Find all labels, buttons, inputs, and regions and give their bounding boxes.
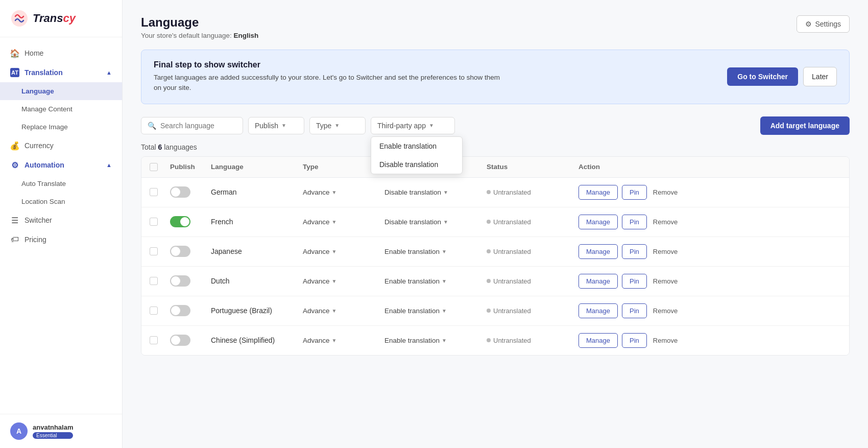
publish-toggle[interactable]: [170, 335, 190, 346]
row-checkbox[interactable]: [150, 277, 158, 285]
total-label: Total 6 languages: [141, 143, 850, 151]
page-header: Language Your store's default language: …: [141, 15, 850, 39]
status-badge: Untranslated: [487, 188, 578, 196]
sidebar-item-replace-image[interactable]: Replace Image: [0, 118, 122, 136]
chevron-down-icon: ▼: [442, 249, 447, 254]
row-type[interactable]: Advance ▼: [303, 218, 384, 226]
sidebar-item-automation[interactable]: ⚙ Automation ▲: [0, 155, 122, 175]
row-type[interactable]: Advance ▼: [303, 337, 384, 344]
type-filter[interactable]: Type ▼: [309, 117, 366, 134]
row-language: Portuguese (Brazil): [211, 306, 303, 315]
status-label: Untranslated: [493, 307, 531, 315]
manage-button[interactable]: Manage: [578, 215, 618, 229]
pin-button[interactable]: Pin: [622, 274, 647, 289]
header-action: Action: [578, 163, 841, 171]
row-checkbox[interactable]: [150, 306, 158, 315]
row-toggle-cell: [170, 216, 211, 227]
row-third-party[interactable]: Enable translation ▼: [384, 337, 487, 344]
table-row: Japanese Advance ▼ Enable translation ▼ …: [141, 237, 849, 267]
pin-button[interactable]: Pin: [622, 333, 647, 348]
sidebar-item-translation[interactable]: AT Translation ▲: [0, 63, 122, 82]
publish-toggle[interactable]: [170, 305, 190, 316]
row-third-party[interactable]: Enable translation ▼: [384, 248, 487, 255]
row-checkbox-cell: [150, 218, 170, 226]
remove-button[interactable]: Remove: [651, 185, 680, 199]
chevron-down-icon: ▼: [442, 308, 447, 314]
row-language: Japanese: [211, 247, 303, 255]
sidebar-item-currency[interactable]: 💰 Currency: [0, 136, 122, 155]
banner-description: Target languages are added successfully …: [154, 73, 501, 93]
sidebar-item-switcher[interactable]: ☰ Switcher: [0, 210, 122, 230]
sidebar-item-label: Language: [21, 87, 54, 95]
search-box: 🔍: [141, 117, 243, 134]
add-language-button[interactable]: Add target language: [760, 116, 850, 135]
publish-toggle[interactable]: [170, 186, 190, 198]
go-to-switcher-button[interactable]: Go to Switcher: [727, 67, 798, 86]
row-third-party[interactable]: Disable translation ▼: [384, 188, 487, 196]
settings-button[interactable]: ⚙ Settings: [797, 15, 850, 33]
pin-button[interactable]: Pin: [622, 215, 647, 229]
row-third-party[interactable]: Disable translation ▼: [384, 218, 487, 226]
action-buttons: Manage Pin Remove: [578, 185, 841, 200]
chevron-down-icon: ▼: [429, 123, 434, 128]
remove-button[interactable]: Remove: [651, 215, 680, 229]
sidebar-item-manage-content[interactable]: Manage Content: [0, 100, 122, 118]
later-button[interactable]: Later: [803, 67, 837, 86]
pin-button[interactable]: Pin: [622, 185, 647, 200]
banner-title: Final step to show switcher: [154, 60, 501, 69]
chevron-down-icon: ▼: [332, 249, 337, 254]
sidebar: Transcy 🏠 Home AT Translation ▲ Language…: [0, 0, 123, 448]
action-buttons: Manage Pin Remove: [578, 303, 841, 318]
app-logo: Transcy: [0, 0, 122, 37]
manage-button[interactable]: Manage: [578, 274, 618, 289]
chevron-up-icon: ▲: [106, 69, 112, 76]
remove-button[interactable]: Remove: [651, 274, 680, 288]
publish-toggle[interactable]: [170, 275, 190, 287]
status-badge: Untranslated: [487, 218, 578, 226]
manage-button[interactable]: Manage: [578, 333, 618, 348]
automation-icon: ⚙: [10, 160, 19, 170]
status-badge: Untranslated: [487, 277, 578, 285]
table-row: Chinese (Simplified) Advance ▼ Enable tr…: [141, 326, 849, 355]
logo-icon: [10, 9, 29, 28]
dropdown-option-disable[interactable]: Disable translation: [371, 155, 462, 174]
remove-button[interactable]: Remove: [651, 304, 680, 318]
pin-button[interactable]: Pin: [622, 244, 647, 259]
publish-filter[interactable]: Publish ▼: [248, 117, 304, 134]
sidebar-item-auto-translate[interactable]: Auto Translate: [0, 175, 122, 193]
row-type[interactable]: Advance ▼: [303, 307, 384, 315]
publish-toggle[interactable]: [170, 216, 190, 227]
manage-button[interactable]: Manage: [578, 303, 618, 318]
select-all-checkbox[interactable]: [150, 163, 158, 171]
search-input[interactable]: [160, 122, 232, 130]
row-type[interactable]: Advance ▼: [303, 277, 384, 285]
page-title-section: Language Your store's default language: …: [141, 15, 258, 39]
row-third-party[interactable]: Enable translation ▼: [384, 307, 487, 315]
row-type[interactable]: Advance ▼: [303, 248, 384, 255]
third-party-filter-container: Third-party app ▼ Enable translation Dis…: [371, 117, 455, 134]
remove-button[interactable]: Remove: [651, 245, 680, 258]
pin-button[interactable]: Pin: [622, 303, 647, 318]
header-checkbox[interactable]: [150, 163, 170, 171]
dropdown-option-enable[interactable]: Enable translation: [371, 137, 462, 155]
publish-toggle[interactable]: [170, 246, 190, 257]
row-checkbox[interactable]: [150, 188, 158, 196]
row-checkbox[interactable]: [150, 336, 158, 344]
status-badge: Untranslated: [487, 337, 578, 344]
third-party-filter[interactable]: Third-party app ▼: [371, 117, 455, 134]
row-third-party[interactable]: Enable translation ▼: [384, 277, 487, 285]
avatar: A: [10, 422, 28, 440]
sidebar-item-pricing[interactable]: 🏷 Pricing: [0, 230, 122, 249]
manage-button[interactable]: Manage: [578, 244, 618, 259]
row-checkbox[interactable]: [150, 218, 158, 226]
row-type[interactable]: Advance ▼: [303, 188, 384, 196]
manage-button[interactable]: Manage: [578, 185, 618, 200]
row-language: French: [211, 218, 303, 226]
sidebar-item-language[interactable]: Language: [0, 82, 122, 100]
sidebar-item-location-scan[interactable]: Location Scan: [0, 193, 122, 210]
sidebar-item-label: Currency: [25, 142, 54, 150]
row-checkbox[interactable]: [150, 247, 158, 255]
sidebar-item-home[interactable]: 🏠 Home: [0, 43, 122, 63]
remove-button[interactable]: Remove: [651, 334, 680, 347]
status-label: Untranslated: [493, 337, 531, 344]
